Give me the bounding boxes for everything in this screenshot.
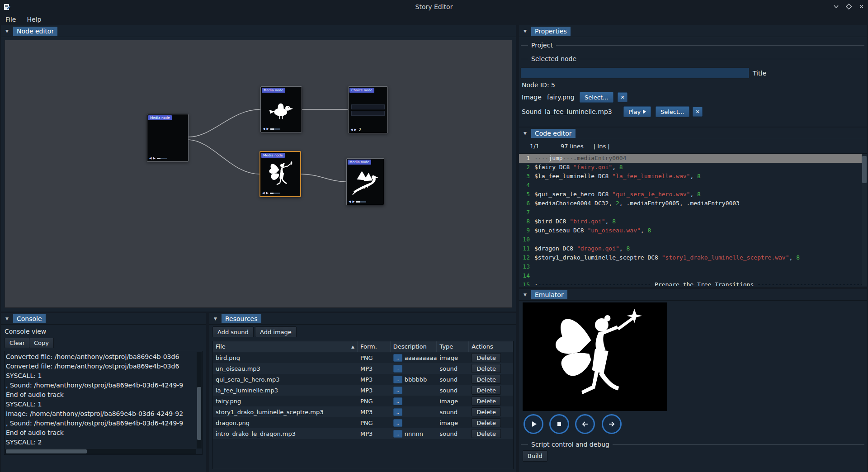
node-choice[interactable]: Choice node ◀ ▶ 2 [348, 86, 388, 133]
sound-clear-button[interactable]: ✕ [693, 107, 703, 117]
column-header-format[interactable]: Form. [358, 341, 391, 352]
node-prev-icon[interactable]: ◀ [149, 157, 151, 160]
console-vscrollbar[interactable] [197, 352, 202, 448]
menu-file[interactable]: File [0, 14, 21, 25]
minimize-icon[interactable] [832, 3, 840, 11]
image-select-button[interactable]: Select... [580, 92, 613, 103]
edit-description-button[interactable]: .. [393, 365, 402, 373]
menubar: File Help [0, 13, 868, 25]
collapse-icon[interactable]: ▼ [4, 28, 10, 34]
column-header-description[interactable]: Description [391, 341, 437, 352]
resources-panel: ▼ Resources Add sound Add image File ▲ F… [209, 313, 516, 472]
node-prev-icon[interactable]: ◀ [350, 128, 353, 132]
edit-description-button[interactable]: .. [393, 419, 402, 427]
close-icon[interactable] [857, 3, 865, 11]
image-clear-button[interactable]: ✕ [618, 92, 627, 102]
delete-button[interactable]: Delete [472, 353, 501, 362]
collapse-icon[interactable]: ▼ [522, 28, 528, 34]
node-prev-icon[interactable]: ◀ [262, 192, 264, 195]
node-canvas[interactable]: Media node ◀ ▶ Media node ◀ ▶ [5, 40, 512, 308]
table-row[interactable]: intro_drako_le_dragon.mp3MP3..nnnnnsound… [213, 428, 513, 439]
table-row[interactable]: qui_sera_le_hero.mp3MP3..bbbbbbsoundDele… [213, 374, 513, 385]
table-row[interactable]: bird.pngPNG..aaaaaaaaaimageDelete [213, 352, 513, 363]
add-sound-button[interactable]: Add sound [212, 326, 254, 337]
panel-title[interactable]: Code editor [531, 129, 576, 138]
code-lines[interactable]: 1····jump···.mediaEntry00042$fairy DC8 "… [519, 154, 867, 286]
table-row[interactable]: un_oiseau.mp3MP3..soundDelete [213, 363, 513, 374]
clear-button[interactable]: Clear [5, 338, 30, 348]
edit-description-button[interactable]: .. [393, 430, 402, 438]
node-play-icon[interactable]: ▶ [352, 200, 354, 203]
console-log[interactable]: Converted file: /home/anthony/ostproj/ba… [4, 351, 203, 455]
code-line: 14 [519, 271, 867, 280]
delete-button[interactable]: Delete [472, 386, 501, 395]
collapse-icon[interactable]: ▼ [4, 315, 10, 322]
edit-description-button[interactable]: .. [393, 408, 402, 416]
delete-button[interactable]: Delete [472, 375, 501, 384]
edit-description-button[interactable]: .. [393, 397, 402, 405]
node-play-icon[interactable]: ▶ [266, 127, 269, 131]
emulator-play-button[interactable] [524, 414, 543, 434]
play-sound-button[interactable]: Play [623, 106, 651, 117]
collapse-icon[interactable]: ▼ [522, 291, 528, 298]
collapse-icon[interactable]: ▼ [212, 315, 219, 322]
panel-title[interactable]: Console [13, 314, 46, 323]
code-vscrollbar[interactable] [862, 154, 867, 286]
panel-title[interactable]: Emulator [531, 290, 567, 299]
node-fairy[interactable]: Media node ◀ ▶ [259, 151, 301, 197]
cell-type: sound [437, 409, 469, 415]
cell-actions: Delete [469, 375, 513, 384]
edit-description-button[interactable]: .. [393, 387, 402, 394]
delete-button[interactable]: Delete [472, 407, 501, 416]
node-prev-icon[interactable]: ◀ [349, 200, 351, 203]
scrollbar-thumb[interactable] [197, 387, 201, 440]
panel-title[interactable]: Node editor [13, 27, 57, 36]
sound-select-button[interactable]: Select... [656, 106, 689, 117]
copy-button[interactable]: Copy [29, 338, 54, 348]
add-image-button[interactable]: Add image [255, 326, 297, 337]
build-button[interactable]: Build [523, 450, 547, 462]
code-line: 2$fairy DC8 "fairy.qoi", 8 [519, 163, 867, 172]
node-dragon[interactable]: Media node ◀ ▶ [346, 158, 384, 205]
cell-file: dragon.png [213, 420, 358, 426]
console-log-line: , Sound: /home/anthony/ostproj/ba869e4b-… [6, 419, 196, 428]
console-log-line: End of audio track [6, 428, 196, 438]
edit-description-button[interactable]: .. [393, 354, 402, 362]
emulator-step-back-button[interactable] [575, 414, 595, 434]
column-header-file[interactable]: File ▲ [213, 341, 358, 352]
node-prev-icon[interactable]: ◀ [263, 127, 265, 131]
node-play-icon[interactable]: ▶ [153, 157, 155, 160]
node-next-icon[interactable]: ▶ [354, 128, 356, 132]
scrollbar-thumb[interactable] [6, 449, 87, 453]
table-row[interactable]: dragon.pngPNG..imageDelete [213, 417, 513, 428]
cell-actions: Delete [469, 396, 513, 406]
title-input[interactable] [521, 68, 749, 78]
column-header-actions[interactable]: Actions [469, 341, 513, 352]
node-intro[interactable]: Media node ◀ ▶ [147, 114, 189, 162]
edit-description-button[interactable]: .. [393, 376, 402, 383]
table-row[interactable]: fairy.pngPNG..imageDelete [213, 396, 513, 406]
delete-button[interactable]: Delete [472, 429, 501, 438]
maximize-icon[interactable] [844, 3, 853, 11]
cell-format: MP3 [358, 387, 391, 394]
emulator-stop-button[interactable] [549, 414, 569, 434]
column-header-type[interactable]: Type [437, 341, 469, 352]
choice-entry[interactable] [351, 104, 385, 109]
delete-button[interactable]: Delete [472, 418, 501, 427]
choice-entry[interactable] [351, 111, 385, 116]
cell-format: PNG [358, 420, 391, 426]
delete-button[interactable]: Delete [472, 396, 501, 406]
collapse-icon[interactable]: ▼ [522, 130, 528, 137]
emulator-step-forward-button[interactable] [602, 414, 622, 434]
menu-help[interactable]: Help [21, 14, 47, 25]
node-play-icon[interactable]: ▶ [266, 192, 268, 195]
panel-title[interactable]: Properties [531, 27, 571, 36]
console-hscrollbar[interactable] [5, 449, 196, 454]
delete-button[interactable]: Delete [472, 364, 501, 373]
table-row[interactable]: story1_drako_luminelle_sceptre.mp3MP3..s… [213, 406, 513, 417]
table-row[interactable]: la_fee_luminelle.mp3MP3..soundDelete [213, 385, 513, 396]
panel-title[interactable]: Resources [222, 314, 261, 323]
node-progress [270, 128, 280, 130]
scrollbar-thumb[interactable] [862, 156, 867, 183]
node-bird[interactable]: Media node ◀ ▶ [260, 86, 302, 132]
